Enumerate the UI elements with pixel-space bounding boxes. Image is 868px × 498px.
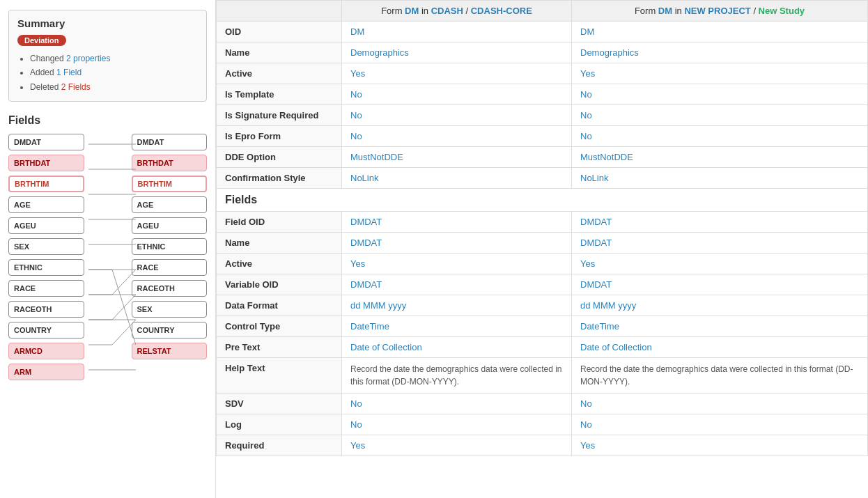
- row-help-text: Help Text Record the date the demographi…: [217, 358, 868, 394]
- cdash-field-oid: DMDAT: [342, 212, 572, 233]
- row-field-active: Active Yes Yes: [217, 254, 868, 274]
- row-name: Name Demographics Demographics: [217, 42, 868, 63]
- cdash-oid: DM: [342, 22, 572, 42]
- header-cdash-label: Form DM in CDASH / CDASH-CORE: [381, 6, 532, 16]
- cdash-field-active: Yes: [342, 254, 572, 274]
- label-log: Log: [217, 414, 342, 435]
- project-field-active: Yes: [572, 254, 868, 274]
- label-signature: Is Signature Required: [217, 105, 342, 126]
- header-col-project: Form DM in NEW PROJECT / New Study: [572, 1, 868, 22]
- field-left-race: RACE: [8, 280, 84, 297]
- cdash-dde: MustNotDDE: [342, 147, 572, 168]
- row-pre-text: Pre Text Date of Collection Date of Coll…: [217, 337, 868, 358]
- label-variable-oid: Variable OID: [217, 274, 342, 295]
- label-pre-text: Pre Text: [217, 337, 342, 358]
- cdash-active: Yes: [342, 63, 572, 84]
- fields-diagram: DMDAT BRTHDAT BRTHTIM AGE AGEU SEX ETHNI…: [8, 134, 207, 380]
- project-field-name: DMDAT: [572, 233, 868, 254]
- cdash-help-text: Record the date the demographics data we…: [342, 358, 572, 394]
- label-is-template: Is Template: [217, 84, 342, 105]
- field-right-age: AGE: [132, 196, 208, 213]
- field-left-ageu: AGEU: [8, 217, 84, 234]
- row-is-template: Is Template No No: [217, 84, 868, 105]
- project-field-oid: DMDAT: [572, 212, 868, 233]
- field-left-sex: SEX: [8, 238, 84, 255]
- cdash-data-format: dd MMM yyyy: [342, 295, 572, 316]
- fields-section-heading: Fields: [217, 189, 868, 212]
- project-pre-text: Date of Collection: [572, 337, 868, 358]
- summary-item-1: Changed 2 properties: [30, 52, 198, 65]
- field-left-brthdat: BRTHDAT: [8, 155, 84, 171]
- project-active: Yes: [572, 63, 868, 84]
- project-confirmation: NoLink: [572, 168, 868, 189]
- row-epro: Is Epro Form No No: [217, 126, 868, 147]
- cdash-signature: No: [342, 105, 572, 126]
- cdash-is-template: No: [342, 84, 572, 105]
- field-right-country: COUNTRY: [132, 322, 208, 339]
- summary-item-2: Added 1 Field: [30, 65, 198, 79]
- label-active: Active: [217, 63, 342, 84]
- row-field-name: Name DMDAT DMDAT: [217, 233, 868, 254]
- header-project-label: Form DM in NEW PROJECT / New Study: [635, 6, 805, 16]
- field-right-relstat: RELSTAT: [132, 343, 208, 359]
- label-name: Name: [217, 42, 342, 63]
- project-data-format: dd MMM yyyy: [572, 295, 868, 316]
- row-oid: OID DM DM: [217, 22, 868, 42]
- cdash-control-type: DateTime: [342, 316, 572, 337]
- label-sdv: SDV: [217, 394, 342, 414]
- field-left-raceoth: RACEOTH: [8, 301, 84, 318]
- connector-lines: [88, 134, 136, 412]
- cdash-epro: No: [342, 126, 572, 147]
- field-right-ageu: AGEU: [132, 217, 208, 234]
- cdash-variable-oid: DMDAT: [342, 274, 572, 295]
- project-epro: No: [572, 126, 868, 147]
- project-oid: DM: [572, 22, 868, 42]
- project-is-template: No: [572, 84, 868, 105]
- project-control-type: DateTime: [572, 316, 868, 337]
- label-field-active: Active: [217, 254, 342, 274]
- field-right-brthtim: BRTHTIM: [132, 176, 208, 192]
- row-variable-oid: Variable OID DMDAT DMDAT: [217, 274, 868, 295]
- row-data-format: Data Format dd MMM yyyy dd MMM yyyy: [217, 295, 868, 316]
- cdash-sdv: No: [342, 394, 572, 414]
- label-field-name: Name: [217, 233, 342, 254]
- row-control-type: Control Type DateTime DateTime: [217, 316, 868, 337]
- cdash-field-name: DMDAT: [342, 233, 572, 254]
- label-oid: OID: [217, 22, 342, 42]
- field-left-age: AGE: [8, 196, 84, 213]
- row-required: Required Yes Yes: [217, 435, 868, 456]
- label-confirmation: Confirmation Style: [217, 168, 342, 189]
- row-active: Active Yes Yes: [217, 63, 868, 84]
- field-right-sex: SEX: [132, 301, 208, 318]
- field-right-raceoth: RACEOTH: [132, 280, 208, 297]
- summary-box: Summary Deviation Changed 2 properties A…: [8, 10, 207, 102]
- summary-title: Summary: [17, 17, 198, 29]
- field-left-armcd: ARMCD: [8, 343, 84, 359]
- label-data-format: Data Format: [217, 295, 342, 316]
- row-signature: Is Signature Required No No: [217, 105, 868, 126]
- cdash-confirmation: NoLink: [342, 168, 572, 189]
- comparison-table: Form DM in CDASH / CDASH-CORE Form DM in…: [216, 0, 868, 456]
- row-dde: DDE Option MustNotDDE MustNotDDE: [217, 147, 868, 168]
- row-field-oid: Field OID DMDAT DMDAT: [217, 212, 868, 233]
- fields-col-left: DMDAT BRTHDAT BRTHTIM AGE AGEU SEX ETHNI…: [8, 134, 84, 380]
- label-required: Required: [217, 435, 342, 456]
- project-log: No: [572, 414, 868, 435]
- field-left-brthtim: BRTHTIM: [8, 176, 84, 192]
- cdash-pre-text: Date of Collection: [342, 337, 572, 358]
- field-right-dmdat: DMDAT: [132, 134, 208, 150]
- field-right-race: RACE: [132, 259, 208, 276]
- project-dde: MustNotDDE: [572, 147, 868, 168]
- header-col-cdash: Form DM in CDASH / CDASH-CORE: [342, 1, 572, 22]
- cdash-name: Demographics: [342, 42, 572, 63]
- project-help-text: Record the date the demographics data we…: [572, 358, 868, 394]
- summary-list: Changed 2 properties Added 1 Field Delet…: [17, 52, 198, 94]
- field-left-arm: ARM: [8, 364, 84, 380]
- row-sdv: SDV No No: [217, 394, 868, 414]
- deviation-badge: Deviation: [17, 35, 66, 46]
- project-required: Yes: [572, 435, 868, 456]
- project-signature: No: [572, 105, 868, 126]
- label-field-oid: Field OID: [217, 212, 342, 233]
- field-right-brthdat: BRTHDAT: [132, 155, 208, 171]
- cdash-log: No: [342, 414, 572, 435]
